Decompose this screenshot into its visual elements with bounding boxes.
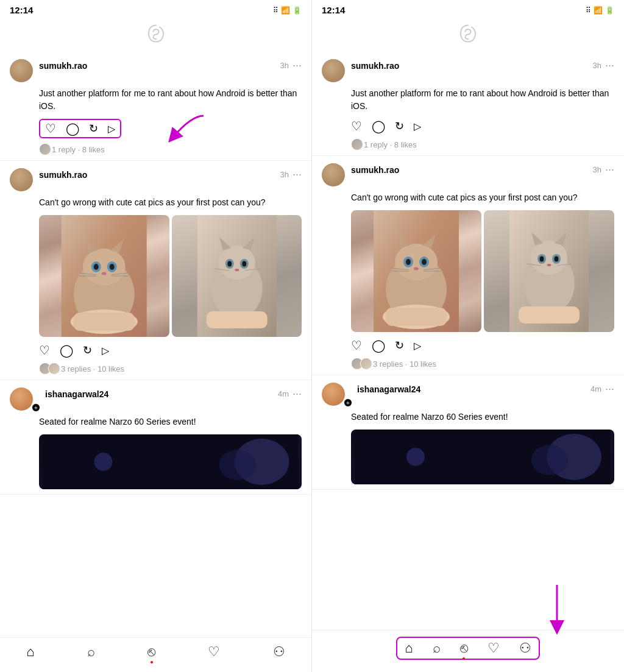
nav-compose-right[interactable]: ⎋ xyxy=(460,640,468,656)
post-header-3-left: + ishanagarwal24 4m ··· xyxy=(10,387,302,411)
time-3-right: 4m xyxy=(590,384,601,394)
avatar-1-left xyxy=(10,59,33,82)
signal-icon-r: ⠿ xyxy=(586,6,591,15)
avatar-1-right xyxy=(322,59,345,82)
post-1-left: sumukh.rao 3h ··· Just another platform … xyxy=(0,52,311,161)
nav-profile-right[interactable]: ⚇ xyxy=(519,640,531,656)
compose-dot-right xyxy=(463,657,465,660)
nav-search-left[interactable]: ⌕ xyxy=(87,644,95,660)
action-bar-2-left: ♡ ◯ ↻ ▷ xyxy=(39,343,302,358)
stats-text-1-right: 1 reply · 8 likes xyxy=(364,140,417,149)
status-bar-right: 12:14 ⠿ 📶 🔋 xyxy=(312,0,624,18)
nav-search-right[interactable]: ⌕ xyxy=(433,640,441,656)
comment-icon-1-right[interactable]: ◯ xyxy=(372,119,385,133)
nav-profile-left[interactable]: ⚇ xyxy=(273,644,285,660)
post-stats-2-right: 3 replies · 10 likes xyxy=(351,358,614,370)
like-icon-2-right[interactable]: ♡ xyxy=(351,338,362,353)
repost-icon-1-left[interactable]: ↻ xyxy=(89,122,98,135)
status-icons-right: ⠿ 📶 🔋 xyxy=(586,6,614,15)
search-icon-right: ⌕ xyxy=(433,640,441,656)
profile-icon-left: ⚇ xyxy=(273,644,285,660)
repost-icon-1-right[interactable]: ↻ xyxy=(395,119,404,133)
share-icon-2-right[interactable]: ▷ xyxy=(414,340,421,352)
more-icon-3-right[interactable]: ··· xyxy=(605,383,614,395)
stats-avatar-3r xyxy=(360,358,372,370)
time-3-left: 4m xyxy=(278,389,289,398)
threads-header-right xyxy=(312,18,624,52)
post-meta-2-left: sumukh.rao 3h ··· xyxy=(39,168,302,181)
right-panel: 12:14 ⠿ 📶 🔋 sumukh.rao xyxy=(312,0,624,672)
cat-image-left-1 xyxy=(39,215,169,337)
like-icon-1-right[interactable]: ♡ xyxy=(351,119,362,133)
svg-point-42 xyxy=(406,259,411,265)
comment-icon-2-left[interactable]: ◯ xyxy=(60,343,73,358)
repost-icon-2-left[interactable]: ↻ xyxy=(83,344,92,357)
more-icon-2-left[interactable]: ··· xyxy=(292,168,302,181)
home-icon-right: ⌂ xyxy=(405,640,413,656)
nav-home-right[interactable]: ⌂ xyxy=(405,640,413,656)
add-icon-left: + xyxy=(32,403,40,412)
post-meta-1-right: sumukh.rao 3h ··· xyxy=(351,59,614,72)
post-stats-2-left: 3 replies · 10 likes xyxy=(39,363,302,375)
action-bar-2-right: ♡ ◯ ↻ ▷ xyxy=(351,338,614,353)
avatar-3-left xyxy=(10,387,33,411)
svg-point-33 xyxy=(94,453,113,471)
svg-point-59 xyxy=(555,256,559,262)
share-icon-2-left[interactable]: ▷ xyxy=(102,345,109,356)
nav-likes-right[interactable]: ♡ xyxy=(488,640,500,656)
wifi-icon-r: 📶 xyxy=(594,6,603,15)
stats-text-2-left: 3 replies · 10 likes xyxy=(61,364,124,373)
svg-point-43 xyxy=(422,259,427,265)
comment-icon-1-left[interactable]: ◯ xyxy=(66,121,79,136)
nav-compose-left[interactable]: ⎋ xyxy=(147,644,155,660)
more-icon-1-right[interactable]: ··· xyxy=(605,59,614,72)
compose-dot-left xyxy=(151,661,153,663)
avatar-3-right xyxy=(322,383,345,406)
time-1-right: 3h xyxy=(593,61,601,70)
post-meta-2-right: sumukh.rao 3h ··· xyxy=(351,163,614,176)
svg-point-8 xyxy=(94,264,99,270)
more-icon-2-right[interactable]: ··· xyxy=(605,163,614,176)
image-grid-2-right xyxy=(351,210,614,332)
more-icon-1-left[interactable]: ··· xyxy=(292,59,302,72)
post-content-3-right: Seated for realme Narzo 60 Series event! xyxy=(351,411,614,423)
nav-highlight-right: ⌂ ⌕ ⎋ ♡ ⚇ xyxy=(396,637,539,660)
share-icon-1-right[interactable]: ▷ xyxy=(414,121,421,132)
svg-point-19 xyxy=(218,246,255,280)
svg-point-24 xyxy=(227,261,232,267)
signal-icon: ⠿ xyxy=(273,6,278,15)
nav-home-left[interactable]: ⌂ xyxy=(26,644,34,660)
post-3-right: + ishanagarwal24 4m ··· Seated for realm… xyxy=(312,375,624,490)
like-icon-1-left[interactable]: ♡ xyxy=(45,121,56,136)
share-icon-1-left[interactable]: ▷ xyxy=(108,123,115,135)
time-1-left: 3h xyxy=(280,61,289,70)
status-bar-left: 12:14 ⠿ 📶 🔋 xyxy=(0,0,311,18)
svg-point-60 xyxy=(547,264,551,266)
like-icon-2-left[interactable]: ♡ xyxy=(39,343,50,358)
add-icon-right: + xyxy=(344,398,352,407)
likes-icon-right: ♡ xyxy=(488,640,500,656)
image-grid-2-left xyxy=(39,215,302,337)
svg-point-58 xyxy=(540,256,544,262)
repost-icon-2-right[interactable]: ↻ xyxy=(395,339,404,352)
bottom-nav-left: ⌂ ⌕ ⎋ ♡ ⚇ xyxy=(0,637,311,672)
cat-image-right-right xyxy=(484,210,614,332)
username-2-left: sumukh.rao xyxy=(39,170,87,180)
post-stats-1-right: 1 reply · 8 likes xyxy=(351,138,614,150)
feed-left: sumukh.rao 3h ··· Just another platform … xyxy=(0,52,311,637)
nav-likes-left[interactable]: ♡ xyxy=(208,644,220,660)
stats-avatar-1r xyxy=(351,138,363,150)
stats-text-2-right: 3 replies · 10 likes xyxy=(373,359,436,369)
svg-point-10 xyxy=(102,272,107,275)
svg-point-26 xyxy=(235,269,239,271)
post-image-3-left xyxy=(39,434,302,489)
username-3-right: ishanagarwal24 xyxy=(357,384,420,394)
comment-icon-2-right[interactable]: ◯ xyxy=(372,338,385,353)
post-3-left: + ishanagarwal24 4m ··· Seated for realm… xyxy=(0,380,311,495)
avatar-2-left xyxy=(10,168,33,191)
svg-rect-16 xyxy=(74,313,135,331)
post-meta-1-left: sumukh.rao 3h ··· xyxy=(39,59,302,72)
more-icon-3-left[interactable]: ··· xyxy=(292,387,302,400)
left-panel: 12:14 ⠿ 📶 🔋 sumukh.rao xyxy=(0,0,312,672)
svg-point-25 xyxy=(242,261,246,267)
